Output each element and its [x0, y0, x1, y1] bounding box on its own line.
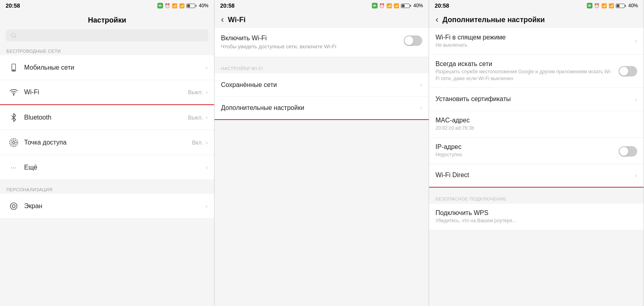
adv-item-mac: MAC-адрес 20:82:c0:ad:76:3b: [429, 111, 644, 138]
bluetooth-value: Выкл.: [188, 114, 203, 121]
advanced-header: ‹ Дополнительные настройки: [429, 11, 644, 28]
status-bar-3: 20:58 ✉ ⏰ 📶 📶 40%: [429, 0, 644, 11]
wifi-settings-section-label: НАСТРОЙКИ WI-FI: [215, 60, 429, 73]
mobile-icon: [6, 63, 21, 72]
wifi-sleep-sub: Не выключать: [436, 42, 635, 49]
battery-icon-3: [616, 4, 626, 8]
wifi-status-icon-1: 📶: [172, 3, 178, 8]
always-search-toggle[interactable]: [619, 66, 637, 76]
search-bar[interactable]: [6, 29, 208, 41]
wps-title: Подключить WPS: [436, 209, 637, 217]
alarm-icon-1: ⏰: [165, 3, 170, 8]
battery-icon-2: [401, 4, 411, 8]
bluetooth-icon: [6, 113, 21, 122]
battery-icon-1: [186, 4, 196, 8]
mobile-label: Мобильные сети: [24, 64, 203, 71]
status-bar-2: 20:58 ✉ ⏰ 📶 📶 40%: [215, 0, 429, 11]
adv-item-wifi-sleep[interactable]: Wi-Fi в спящем режиме Не выключать ›: [429, 28, 644, 55]
ip-title: IP-адрес: [436, 143, 614, 151]
notification-icon-3: ✉: [587, 3, 592, 8]
signal-icon-2: 📶: [394, 3, 399, 8]
wifi-item-saved[interactable]: Сохранённые сети ›: [215, 73, 429, 97]
status-bar-1: 20:58 ✉ ⏰ 📶 📶 40%: [0, 0, 214, 11]
settings-item-wifi[interactable]: Wi-Fi Выкл. ›: [0, 80, 214, 105]
settings-item-screen[interactable]: Экран ›: [0, 194, 214, 219]
svg-point-0: [12, 33, 15, 37]
svg-point-9: [12, 205, 15, 207]
svg-point-4: [13, 94, 14, 95]
adv-item-wps[interactable]: Подключить WPS Убедитесь, что на Вашем р…: [429, 204, 644, 230]
alarm-icon-2: ⏰: [379, 3, 385, 8]
adv-item-always-search[interactable]: Всегда искать сети Разрешить службе мест…: [429, 55, 644, 88]
divider-2: [215, 57, 429, 60]
settings-item-mobile[interactable]: Мобильные сети ›: [0, 55, 214, 80]
bluetooth-chevron: ›: [206, 114, 208, 121]
wifi-sleep-title: Wi-Fi в спящем режиме: [436, 34, 635, 41]
personal-settings-list: Экран ›: [0, 194, 214, 219]
advanced-settings-label: Дополнительные настройки: [221, 104, 420, 112]
svg-rect-3: [12, 70, 15, 70]
wps-sub: Убедитесь, что на Вашем роутере...: [436, 217, 637, 224]
section-wireless: БЕСПРОВОДНЫЕ СЕТИ: [0, 45, 214, 55]
wifi-header: ‹ Wi-Fi: [215, 11, 429, 28]
status-time-1: 20:58: [6, 2, 20, 9]
status-time-2: 20:58: [220, 2, 235, 9]
wifi-sleep-chevron: ›: [635, 37, 637, 45]
bluetooth-label: Bluetooth: [24, 114, 188, 121]
status-time-3: 20:58: [435, 2, 449, 9]
signal-icon-1: 📶: [179, 3, 185, 8]
more-icon: ···: [6, 164, 21, 171]
ip-value: Недоступно: [436, 151, 614, 158]
wifi-toggle-sub: Чтобы увидеть доступные сети, включите W…: [221, 43, 336, 50]
battery-pct-1: 40%: [199, 3, 208, 8]
wifi-label: Wi-Fi: [24, 89, 188, 96]
more-label: Ещё: [24, 164, 206, 171]
mac-value: 20:82:c0:ad:76:3b: [436, 125, 637, 132]
certs-chevron: ›: [635, 96, 637, 103]
panel-wifi: 20:58 ✉ ⏰ 📶 📶 40% ‹ Wi-Fi Включить Wi-Fi…: [215, 0, 429, 306]
svg-point-6: [11, 140, 17, 145]
battery-pct-3: 40%: [628, 3, 638, 8]
hotspot-icon: [6, 138, 21, 147]
hotspot-label: Точка доступа: [24, 139, 192, 146]
section-personal: ПЕРСОНАЛИЗАЦИЯ: [0, 183, 214, 194]
hotspot-chevron: ›: [206, 139, 208, 146]
wifi-toggle-title: Включить Wi-Fi: [221, 35, 336, 42]
settings-item-hotspot[interactable]: Точка доступа Вкл. ›: [0, 130, 214, 155]
ip-toggle[interactable]: [619, 146, 637, 157]
panel-settings: 20:58 ✉ ⏰ 📶 📶 40% Настройки БЕСПРОВОДНЫЕ…: [0, 0, 215, 306]
wifi-toggle[interactable]: [404, 35, 422, 46]
wifi-item-advanced[interactable]: Дополнительные настройки ›: [215, 97, 429, 120]
back-arrow-2[interactable]: ‹: [221, 15, 224, 24]
settings-item-bluetooth[interactable]: Bluetooth Выкл. ›: [0, 105, 214, 130]
svg-line-1: [15, 37, 17, 38]
back-arrow-3[interactable]: ‹: [436, 15, 438, 24]
notification-icon-2: ✉: [372, 3, 378, 8]
more-chevron: ›: [206, 164, 208, 171]
adv-item-wifidirect[interactable]: Wi-Fi Direct ›: [429, 164, 644, 188]
battery-pct-2: 40%: [413, 3, 423, 8]
alarm-icon-3: ⏰: [594, 3, 600, 8]
wifidirect-chevron: ›: [635, 172, 637, 179]
always-search-sub: Разрешить службе местоположения Google и…: [436, 68, 614, 82]
svg-point-8: [10, 203, 17, 209]
screen-label: Экран: [24, 203, 206, 210]
search-icon: [10, 32, 17, 39]
wifi-toggle-section: Включить Wi-Fi Чтобы увидеть доступные с…: [215, 28, 429, 57]
status-icons-1: ✉ ⏰ 📶 📶 40%: [157, 3, 208, 8]
saved-chevron: ›: [420, 81, 422, 89]
settings-item-more[interactable]: ··· Ещё ›: [0, 155, 214, 180]
wifi-status-icon-2: 📶: [386, 3, 392, 8]
wifidirect-title: Wi-Fi Direct: [436, 172, 635, 179]
mac-title: MAC-адрес: [436, 117, 637, 124]
notification-icon-1: ✉: [157, 3, 163, 8]
adv-item-certs[interactable]: Установить сертификаты ›: [429, 88, 644, 111]
mobile-chevron: ›: [206, 64, 208, 71]
wifi-status-icon-3: 📶: [601, 3, 607, 8]
certs-title: Установить сертификаты: [436, 95, 635, 103]
svg-point-5: [12, 141, 15, 144]
hotspot-value: Вкл.: [192, 139, 203, 146]
wifi-chevron: ›: [206, 89, 208, 96]
wifi-title: Wi-Fi: [228, 16, 246, 24]
status-icons-3: ✉ ⏰ 📶 📶 40%: [587, 3, 638, 8]
